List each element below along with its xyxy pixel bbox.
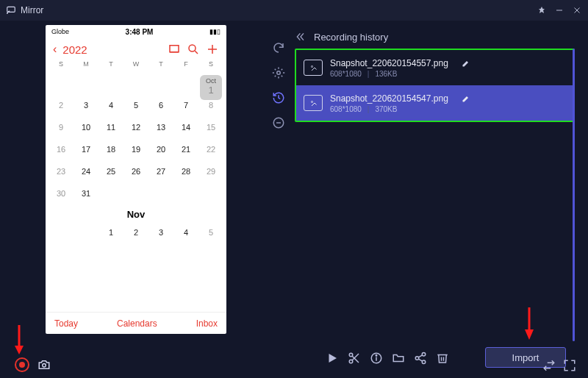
svg-point-30 (43, 364, 46, 368)
image-icon (304, 60, 323, 76)
pin-button[interactable] (537, 5, 547, 15)
image-icon (304, 95, 323, 111)
swap-icon[interactable] (542, 359, 556, 372)
today-button[interactable]: Today (54, 318, 78, 329)
day-of-week-header: SMTWTFS (46, 60, 226, 72)
svg-point-14 (312, 101, 313, 103)
calendar-year[interactable]: 2022 (62, 43, 87, 56)
svg-line-26 (418, 355, 422, 357)
phone-footer: Today Calendars Inbox (46, 312, 226, 334)
add-icon[interactable] (206, 43, 219, 56)
list-view-icon[interactable] (168, 43, 181, 56)
phone-screen[interactable]: Globe 3:48 PM ▮▮▯ ‹ 2022 SMTWTFS Oct 1 (46, 25, 226, 334)
edit-icon[interactable] (462, 94, 470, 103)
info-icon[interactable] (370, 352, 383, 365)
month-label: Nov (49, 204, 223, 221)
folder-icon[interactable] (392, 352, 405, 365)
snapshot-button[interactable] (37, 358, 51, 371)
app-title: Mirror (21, 5, 537, 15)
settings-icon[interactable] (272, 66, 285, 79)
fullscreen-icon[interactable] (563, 359, 576, 372)
svg-point-13 (312, 66, 313, 68)
collapse-icon[interactable] (295, 31, 306, 43)
svg-point-24 (415, 357, 419, 360)
battery-icon: ▮▮▯ (209, 28, 220, 35)
delete-icon[interactable] (436, 352, 449, 365)
inbox-button[interactable]: Inbox (196, 318, 218, 329)
edit-icon[interactable] (462, 59, 470, 68)
calendar-grid[interactable]: 2345678 9101112131415 16171819202122 232… (46, 72, 226, 243)
search-icon[interactable] (187, 43, 200, 56)
svg-line-7 (195, 51, 198, 54)
panel-title: Recording history (314, 32, 388, 43)
svg-line-27 (418, 359, 422, 361)
svg-point-10 (277, 71, 281, 75)
cast-icon (6, 5, 16, 15)
minus-circle-icon[interactable] (272, 116, 285, 129)
svg-marker-34 (15, 346, 24, 354)
phone-statusbar: Globe 3:48 PM ▮▮▯ (46, 25, 226, 38)
annotation-arrow (13, 325, 25, 354)
minimize-button[interactable] (554, 5, 564, 15)
share-icon[interactable] (414, 352, 427, 365)
phone-time: 3:48 PM (69, 28, 209, 36)
svg-marker-36 (525, 329, 534, 340)
carrier-label: Globe (51, 28, 69, 35)
scrollbar[interactable] (573, 49, 575, 341)
history-item[interactable]: Snapshot_220620154557.png 608*1080|136KB (296, 50, 573, 85)
item-toolbar (326, 352, 449, 365)
play-icon[interactable] (326, 352, 339, 365)
svg-marker-15 (329, 354, 337, 363)
back-icon[interactable]: ‹ (53, 43, 57, 56)
svg-point-23 (422, 353, 426, 357)
file-name: Snapshot_220620154557.png (330, 58, 448, 68)
calendars-button[interactable]: Calendars (78, 318, 196, 329)
close-button[interactable] (572, 5, 582, 15)
svg-point-25 (422, 360, 426, 364)
history-list-highlight: Snapshot_220620154557.png 608*1080|136KB… (295, 49, 575, 122)
annotation-arrow (523, 307, 535, 340)
history-icon[interactable] (272, 91, 285, 104)
refresh-icon[interactable] (272, 41, 285, 54)
history-item[interactable]: Snapshot_220620154547.png 608*1080|370KB (296, 85, 573, 121)
side-icon-column (267, 21, 290, 378)
record-button[interactable] (15, 357, 29, 372)
svg-rect-4 (170, 46, 179, 52)
mirror-viewport: Globe 3:48 PM ▮▮▯ ‹ 2022 SMTWTFS Oct 1 (0, 21, 267, 378)
titlebar: Mirror (0, 0, 588, 21)
svg-point-6 (189, 45, 196, 51)
cut-icon[interactable] (348, 352, 361, 365)
svg-point-22 (376, 355, 377, 357)
file-name: Snapshot_220620154547.png (330, 93, 448, 104)
